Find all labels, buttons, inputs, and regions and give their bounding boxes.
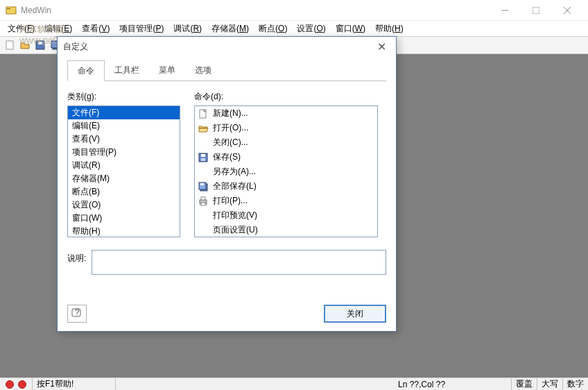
command-label: 保存(S) <box>213 151 241 163</box>
open-button[interactable] <box>18 38 32 52</box>
category-item[interactable]: 项目管理(P) <box>68 146 180 159</box>
command-item[interactable]: 另存为(A)... <box>195 164 377 179</box>
command-label: 新建(N)... <box>213 108 248 119</box>
category-listbox[interactable]: 文件(F)编辑(E)查看(V)项目管理(P)调试(R)存储器(M)断点(B)设置… <box>67 105 180 237</box>
svg-rect-19 <box>201 197 205 200</box>
status-caps: 大写 <box>537 378 563 390</box>
dialog-title: 自定义 <box>63 41 372 53</box>
save-button[interactable] <box>33 38 47 52</box>
category-item[interactable]: 存储器(M) <box>68 172 180 185</box>
status-hint: 按F1帮助! <box>33 378 116 390</box>
category-item[interactable]: 查看(V) <box>68 133 180 146</box>
saveall-icon <box>198 181 209 192</box>
menu-item[interactable]: 帮助(H) <box>370 22 408 36</box>
tab[interactable]: 菜单 <box>149 60 185 80</box>
command-item[interactable]: 全部保存(L) <box>195 179 377 194</box>
menu-item[interactable]: 存储器(M) <box>207 22 254 36</box>
blank-icon <box>198 137 209 149</box>
svg-rect-14 <box>201 158 205 161</box>
svg-rect-20 <box>201 203 205 205</box>
new-icon <box>198 108 209 119</box>
command-label: 另存为(A)... <box>213 166 256 178</box>
description-label: 说明: <box>67 250 86 275</box>
category-item[interactable]: 断点(B) <box>68 185 180 198</box>
svg-rect-3 <box>533 7 539 14</box>
close-button[interactable] <box>551 0 582 21</box>
menu-item[interactable]: 窗口(W) <box>331 22 370 36</box>
category-item[interactable]: 编辑(E) <box>68 119 180 133</box>
category-item[interactable]: 窗口(W) <box>68 212 180 225</box>
help-icon: ? <box>71 308 83 319</box>
menu-item[interactable]: 文件(F) <box>3 22 40 36</box>
command-item[interactable]: 打开(O)... <box>195 121 377 135</box>
svg-rect-17 <box>200 183 204 185</box>
command-label: 打印预览(V) <box>213 210 257 221</box>
command-label: 全部保存(L) <box>213 180 257 192</box>
blank-icon <box>198 210 209 221</box>
customize-dialog: 自定义 ✕ 命令工具栏菜单选项 类别(g): 文件(F)编辑(E)查看(V)项目… <box>57 36 397 332</box>
statusbar: 按F1帮助! Ln ??,Col ?? 覆盖 大写 数字 <box>0 378 588 390</box>
blank-icon <box>198 225 209 236</box>
menu-item[interactable]: 设置(O) <box>292 22 330 36</box>
dialog-close-button[interactable]: ✕ <box>372 40 390 53</box>
app-title: MedWin <box>21 6 489 15</box>
open-icon <box>198 123 209 134</box>
menu-item[interactable]: 编辑(E) <box>40 22 77 36</box>
category-item[interactable]: 帮助(H) <box>68 225 180 237</box>
menu-item[interactable]: 调试(R) <box>168 22 207 36</box>
blank-icon <box>198 167 209 178</box>
category-item[interactable]: 文件(F) <box>68 106 180 119</box>
category-item[interactable]: 设置(O) <box>68 198 180 212</box>
new-button[interactable] <box>3 38 17 52</box>
command-label: 页面设置(U) <box>213 224 258 236</box>
record-dot-icon <box>18 380 26 389</box>
save-icon <box>198 152 209 163</box>
commands-listbox[interactable]: 新建(N)...打开(O)...关闭(C)...保存(S)另存为(A)...全部… <box>194 105 378 237</box>
command-item[interactable]: 打印预览(V) <box>195 208 377 223</box>
app-icon <box>6 5 17 16</box>
record-dot-icon <box>6 380 14 389</box>
commands-label: 命令(d): <box>194 91 378 103</box>
menu-item[interactable]: 项目管理(P) <box>114 22 168 36</box>
category-item[interactable]: 调试(R) <box>68 159 180 172</box>
main-titlebar: MedWin <box>0 0 588 21</box>
menu-item[interactable]: 查看(V) <box>77 22 114 36</box>
svg-rect-13 <box>201 154 205 157</box>
command-item[interactable]: 新建(N)... <box>195 106 377 121</box>
svg-rect-1 <box>7 8 10 9</box>
tab[interactable]: 工具栏 <box>105 60 149 80</box>
command-label: 打开(O)... <box>213 122 248 134</box>
dialog-close-footer-button[interactable]: 关闭 <box>324 305 386 323</box>
command-item[interactable]: 保存(S) <box>195 150 377 164</box>
svg-rect-8 <box>38 42 42 44</box>
dialog-titlebar: 自定义 ✕ <box>58 37 396 56</box>
command-label: 打印(P)... <box>213 195 248 207</box>
svg-text:?: ? <box>75 308 80 317</box>
status-num: 数字 <box>563 378 588 390</box>
category-label: 类别(g): <box>67 91 180 103</box>
command-item[interactable]: 关闭(C)... <box>195 135 377 150</box>
tab[interactable]: 选项 <box>185 60 221 80</box>
status-overwrite: 覆盖 <box>512 378 537 390</box>
svg-rect-0 <box>6 7 16 14</box>
menubar: 文件(F)编辑(E)查看(V)项目管理(P)调试(R)存储器(M)断点(O)设置… <box>0 21 588 36</box>
description-box <box>92 250 386 275</box>
print-icon <box>198 196 209 207</box>
tabstrip: 命令工具栏菜单选项 <box>67 60 386 81</box>
help-button[interactable]: ? <box>67 305 87 323</box>
command-label: 关闭(C)... <box>213 137 248 149</box>
minimize-button[interactable] <box>489 0 520 21</box>
menu-item[interactable]: 断点(O) <box>254 22 292 36</box>
maximize-button[interactable] <box>520 0 551 21</box>
svg-rect-6 <box>6 41 13 49</box>
tab[interactable]: 命令 <box>67 60 105 81</box>
status-pos: Ln ??,Col ?? <box>394 378 512 390</box>
command-item[interactable]: 页面设置(U) <box>195 223 377 237</box>
command-item[interactable]: 打印(P)... <box>195 194 377 208</box>
